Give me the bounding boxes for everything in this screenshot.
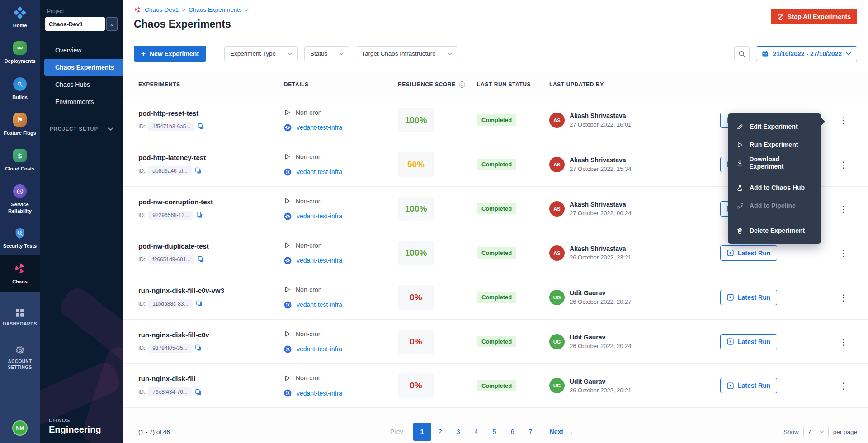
rail-item-cloud-costs[interactable]: $ Cloud Costs — [0, 142, 40, 178]
toolbar: + New Experiment Experiment Type Status … — [123, 36, 868, 71]
row-menu-button[interactable]: ⋮ — [835, 377, 852, 394]
row-menu-button[interactable]: ⋮ — [835, 334, 852, 350]
column-last-updated-by: LAST UPDATED BY — [549, 81, 720, 88]
kubernetes-icon — [284, 168, 292, 176]
rail-item-feature-flags[interactable]: ⚑ Feature Flags — [0, 107, 40, 142]
prev-page-button[interactable]: ← Prev — [380, 428, 403, 435]
row-menu-button[interactable]: ⋮ — [835, 112, 852, 128]
infrastructure-link[interactable]: vedant-test-infra — [297, 124, 342, 131]
latest-run-button[interactable]: Latest Run — [720, 378, 777, 393]
id-label: ID: — [138, 168, 145, 174]
infrastructure-link[interactable]: vedant-test-infra — [297, 301, 342, 308]
row-menu-button[interactable]: ⋮ — [835, 245, 852, 261]
menu-item-add-to-pipeline[interactable]: Add to Pipeline — [728, 197, 821, 215]
rail-item-account-settings[interactable]: ACCOUNT SETTINGS — [0, 339, 40, 377]
info-icon[interactable]: i — [459, 81, 465, 88]
updated-by-name: Akash Shrivastava — [570, 201, 632, 208]
infrastructure-link[interactable]: vedant-test-infra — [297, 390, 342, 397]
updated-by-name: Udit Gaurav — [570, 378, 632, 385]
rail-item-security-tests[interactable]: Security Tests — [0, 221, 40, 255]
experiment-name: run-nginx-disk-fill-c0v — [138, 331, 284, 339]
rail-item-service-reliability[interactable]: Service Reliability — [0, 178, 40, 221]
pagination-bar: (1 - 7) of 46 ← Prev 1234567 Next → Show — [138, 422, 857, 442]
project-setup-toggle[interactable]: PROJECT SETUP — [45, 124, 118, 132]
kubernetes-icon — [284, 124, 292, 132]
sidebar-item-overview[interactable]: Overview — [40, 42, 123, 59]
page-button-4[interactable]: 4 — [467, 423, 486, 441]
row-menu-button[interactable]: ⋮ — [835, 201, 852, 217]
chaos-module-icon — [134, 6, 142, 14]
deployments-icon: ∞ — [13, 41, 27, 55]
next-page-button[interactable]: Next → — [550, 428, 573, 435]
chevron-down-icon — [108, 127, 113, 131]
breadcrumb-experiments-link[interactable]: Chaos Experiments — [189, 6, 242, 13]
date-range-picker[interactable]: 21/10/2022 - 27/10/2022 — [756, 46, 857, 61]
copy-id-button[interactable] — [196, 212, 203, 218]
copy-id-button[interactable] — [198, 256, 204, 263]
page-button-3[interactable]: 3 — [449, 423, 467, 441]
resilience-score-box: 100% — [398, 108, 434, 132]
project-label: Project — [47, 8, 118, 14]
rail-item-home[interactable]: Home — [0, 0, 40, 35]
schedule-type: Non-cron — [296, 374, 322, 382]
latest-run-button[interactable]: Latest Run — [720, 334, 777, 349]
play-outline-icon — [284, 153, 291, 160]
page-button-7[interactable]: 7 — [522, 423, 540, 441]
target-infrastructure-filter[interactable]: Target Chaos Infrastructure — [356, 46, 458, 61]
copy-id-button[interactable] — [195, 389, 202, 396]
kubernetes-icon — [284, 301, 292, 309]
sidebar-item-chaos-experiments[interactable]: Chaos Experiments — [44, 59, 123, 76]
infrastructure-link[interactable]: vedant-test-infra — [297, 212, 342, 220]
infrastructure-link[interactable]: vedant-test-infra — [297, 345, 342, 353]
experiment-id-pill: 11bda88c-83... — [148, 299, 192, 308]
sidebar-item-environments[interactable]: Environments — [40, 93, 123, 110]
experiment-type-filter[interactable]: Experiment Type — [224, 46, 298, 61]
new-experiment-button[interactable]: + New Experiment — [134, 46, 206, 62]
stop-icon — [777, 14, 784, 20]
hub-icon — [736, 184, 744, 191]
breadcrumb-project-link[interactable]: Chaos-Dev1 — [145, 6, 179, 13]
experiment-name: pod-http-reset-test — [138, 109, 284, 117]
user-avatar[interactable]: NM — [12, 420, 28, 436]
page-button-1[interactable]: 1 — [413, 423, 431, 441]
schedule-type: Non-cron — [296, 153, 322, 160]
sidenav-collapse-button[interactable]: » — [106, 17, 118, 31]
infrastructure-link[interactable]: vedant-test-infra — [297, 168, 342, 175]
latest-run-button[interactable]: Latest Run — [720, 290, 777, 305]
rail-item-dashboards[interactable]: DASHBOARDS — [1, 302, 38, 333]
copy-id-button[interactable] — [196, 300, 203, 307]
page-button-2[interactable]: 2 — [431, 423, 449, 441]
menu-item-run-experiment[interactable]: Run Experiment — [728, 136, 821, 154]
row-menu-button[interactable]: ⋮ — [835, 156, 852, 173]
menu-item-add-to-chaos-hub[interactable]: Add to Chaos Hub — [728, 179, 821, 197]
page-size-select[interactable]: 7 — [803, 425, 829, 438]
copy-id-button[interactable] — [198, 123, 204, 130]
status-filter[interactable]: Status — [304, 46, 349, 61]
menu-item-delete-experiment[interactable]: Delete Experiment — [728, 222, 821, 240]
page-button-5[interactable]: 5 — [486, 423, 504, 441]
experiment-name: pod-nw-corruption-test — [138, 198, 284, 206]
pager: ← Prev 1234567 Next → — [380, 423, 573, 441]
status-badge: Completed — [477, 114, 516, 126]
infrastructure-link[interactable]: vedant-test-infra — [297, 257, 342, 264]
resilience-score-box: 0% — [398, 285, 434, 310]
menu-item-edit-experiment[interactable]: Edit Experiment — [728, 118, 821, 136]
page-title: Chaos Experiments — [134, 18, 231, 30]
pagination-summary: (1 - 7) of 46 — [138, 429, 170, 435]
search-button[interactable] — [734, 46, 750, 61]
rail-item-deployments[interactable]: ∞ Deployments — [0, 35, 40, 71]
menu-item-download-experiment[interactable]: Download Experiment — [728, 154, 821, 172]
rail-item-chaos[interactable]: Chaos — [0, 255, 40, 291]
main-area: Chaos-Dev1 > Chaos Experiments > Chaos E… — [123, 0, 868, 443]
row-menu-button[interactable]: ⋮ — [835, 289, 852, 306]
latest-run-button[interactable]: Latest Run — [720, 245, 777, 261]
stop-all-experiments-button[interactable]: Stop All Experiments — [771, 9, 857, 24]
copy-id-button[interactable] — [195, 344, 202, 351]
id-label: ID: — [138, 345, 145, 351]
project-selector-input[interactable] — [45, 17, 105, 31]
sidebar-item-chaos-hubs[interactable]: Chaos Hubs — [40, 76, 123, 93]
page-button-6[interactable]: 6 — [504, 423, 522, 441]
rail-item-builds[interactable]: Builds — [0, 71, 40, 107]
copy-id-button[interactable] — [195, 167, 202, 174]
trash-icon — [736, 227, 744, 234]
